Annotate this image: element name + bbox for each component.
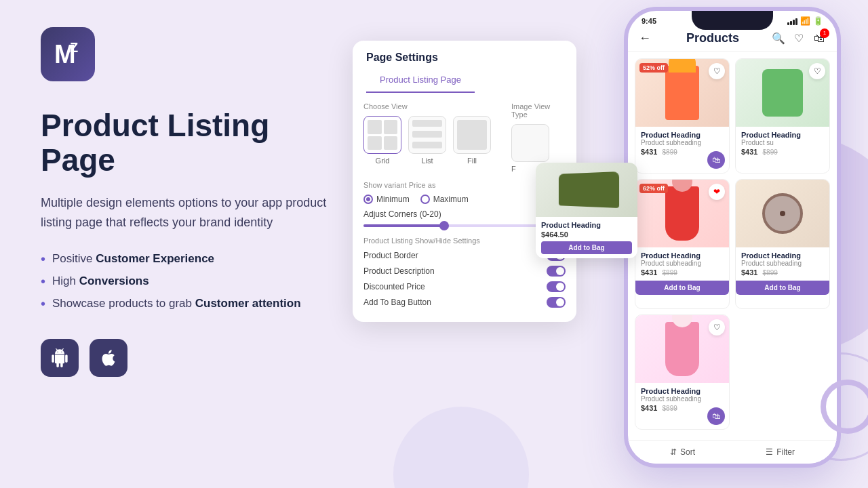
signal-icon [787,17,797,25]
radio-maximum[interactable]: Maximum [420,195,469,204]
add-to-bag-btn-3[interactable]: Add to Bag [635,281,729,295]
phone-title: Products [654,31,772,45]
list-view-box [408,116,446,154]
wishlist-btn-2[interactable]: ♡ [809,63,825,79]
android-btn[interactable] [41,339,79,377]
choose-view-label: Choose View [363,102,491,110]
product-card-5[interactable]: ♡ 🛍 Product Heading Product subheading $… [635,314,730,430]
floating-add-to-bag[interactable]: Add to Bag [541,241,632,254]
settings-tab[interactable]: Product Listing Page [366,68,475,93]
ios-btn[interactable] [90,339,127,377]
left-panel: M Z Product Listing Page Multiple design… [0,0,380,488]
product-card-3[interactable]: 62% off ❤ Product Heading Product subhea… [635,179,730,308]
toggle-description[interactable] [547,266,566,277]
deco-ring-small [821,380,868,434]
floating-card-info: Product Heading $464.50 Add to Bag [536,217,637,258]
radio-minimum[interactable]: Minimum [363,195,410,204]
grid-label: Grid [376,157,390,165]
bullet-item-2: High Conversions [41,274,339,289]
fill-view-box [453,116,491,154]
bullet-item-3: Showcase products to grab Customer atten… [41,296,339,312]
product-info-3: Product Heading Product subheading $431 … [635,247,729,281]
view-option-fill[interactable]: Fill [453,116,491,165]
floating-card-img [536,163,637,217]
product-card-4[interactable]: Product Heading Product subheading $431 … [735,179,830,308]
product-info-4: Product Heading Product subheading $431 … [736,247,829,281]
cart-icon[interactable]: 🛍 1 [812,32,826,45]
products-grid: 52% off ♡ 🛍 Product Heading Product subh… [628,52,837,436]
product-info-2: Product Heading Product su $431 $899 [736,127,829,160]
add-to-bag-btn-4[interactable]: Add to Bag [736,281,829,295]
back-icon[interactable]: ← [639,31,651,45]
filter-icon: ☰ [766,447,773,457]
battery-icon: 🔋 [813,16,823,26]
status-icons: 📶 🔋 [787,16,823,26]
wishlist-btn-1[interactable]: ♡ [709,63,725,79]
grid-view-box [363,116,401,154]
phone-bottom-bar: ⇵ Sort ☰ Filter [628,440,837,464]
toggle-discounted-price: Discounted Price [363,281,566,292]
view-option-grid[interactable]: Grid [363,116,401,165]
page-title: Product Listing Page [41,108,339,177]
sort-icon: ⇵ [670,447,677,457]
phone-time: 9:45 [642,17,656,25]
phone-notch [692,11,773,30]
wifi-icon: 📶 [800,16,810,26]
image-view-type-label: Image View Type [511,102,566,119]
toggle-discounted[interactable] [547,281,566,292]
fill-label: Fill [467,157,477,165]
cart-btn-1[interactable]: 🛍 [707,151,725,169]
image-view-type-box [511,124,549,162]
discount-badge-3: 62% off [639,184,668,193]
cart-btn-5[interactable]: 🛍 [707,407,725,425]
wishlist-btn-5[interactable]: ♡ [709,319,725,336]
toggle-add-to-bag: Add To Bag Button [363,297,566,308]
search-icon[interactable]: 🔍 [772,32,785,45]
view-option-list[interactable]: List [408,116,446,165]
list-label: List [421,157,433,165]
discount-badge-1: 52% off [639,63,668,73]
logo: M Z [41,27,95,81]
product-price-4: $431 $899 [741,268,824,277]
floating-product-card: Product Heading $464.50 Add to Bag [536,163,637,258]
product-card-2[interactable]: ♡ Product Heading Product su $431 $899 [735,58,830,174]
description: Multiple design elements options to your… [41,193,339,232]
radio-dot-min [363,195,373,204]
view-settings-row: Choose View Grid [363,102,566,174]
settings-panel-title: Page Settings [353,41,576,64]
view-options: Grid List [363,116,491,165]
toggle-bag[interactable] [547,297,566,308]
choose-view-section: Choose View Grid [363,102,491,174]
product-price-2: $431 $899 [741,148,824,156]
header-action-icons: 🔍 ♡ 🛍 1 [772,32,826,45]
logo-icon: M Z [51,37,85,71]
platform-icons [41,339,339,377]
radio-dot-max [420,195,430,204]
slider-fill [363,224,444,227]
phone-mockup: 9:45 📶 🔋 ← Products 🔍 ♡ 🛍 [624,7,841,468]
svg-text:Z: Z [70,40,78,55]
sort-button[interactable]: ⇵ Sort [670,447,695,457]
product-price-3: $431 $899 [641,268,724,277]
bullet-item-1: Positive Customer Experience [41,251,339,267]
product-card-1[interactable]: 52% off ♡ 🛍 Product Heading Product subh… [635,58,730,174]
bullet-list: Positive Customer Experience High Conver… [41,251,339,312]
slider-thumb [439,221,449,230]
filter-button[interactable]: ☰ Filter [766,447,795,457]
product-img-4 [736,180,829,247]
wishlist-icon[interactable]: ♡ [792,32,806,45]
right-section: Page Settings Product Listing Page Choos… [339,0,868,488]
toggle-product-description: Product Description [363,266,566,277]
